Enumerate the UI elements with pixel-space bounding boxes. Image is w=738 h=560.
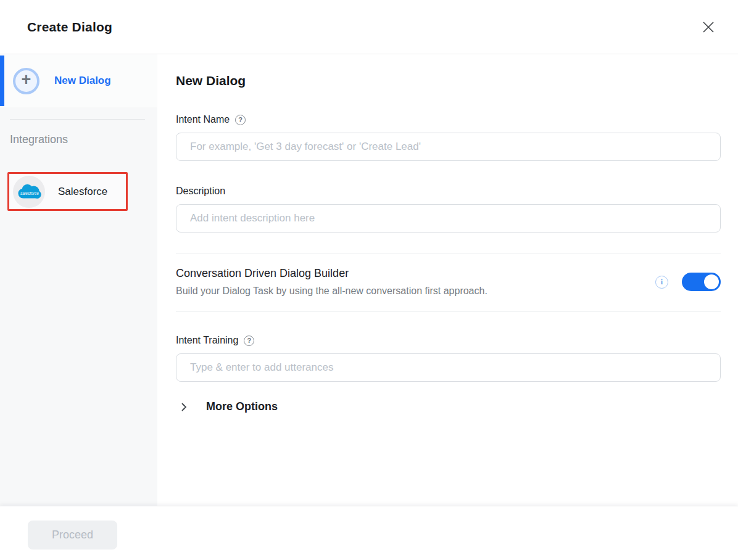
description-input[interactable] <box>176 204 721 233</box>
more-options-toggle[interactable]: More Options <box>176 400 278 413</box>
plus-icon: + <box>13 68 39 94</box>
help-icon[interactable]: ? <box>244 336 254 346</box>
sidebar-divider <box>10 119 145 120</box>
intent-name-input[interactable] <box>176 133 721 161</box>
salesforce-avatar: salesforce <box>13 176 45 208</box>
modal-footer: Proceed <box>0 506 738 560</box>
active-indicator-bar <box>0 56 4 106</box>
conversation-builder-text: Conversation Driven Dialog Builder Build… <box>176 267 655 297</box>
sidebar-item-salesforce[interactable]: salesforce Salesforce <box>7 172 128 211</box>
sidebar-item-label: Salesforce <box>58 186 107 198</box>
svg-text:salesforce: salesforce <box>20 191 39 195</box>
help-icon[interactable]: ? <box>235 115 246 125</box>
toggle-knob <box>704 274 719 289</box>
conversation-builder-title: Conversation Driven Dialog Builder <box>176 267 655 280</box>
intent-training-label: Intent Training <box>176 335 238 346</box>
intent-training-label-row: Intent Training ? <box>176 335 721 346</box>
modal-title: Create Dialog <box>27 20 112 35</box>
sidebar: + New Dialog Integrations salesforce <box>0 54 157 506</box>
intent-name-label: Intent Name <box>176 114 230 125</box>
intent-name-label-row: Intent Name ? <box>176 114 721 125</box>
page-title: New Dialog <box>176 73 721 88</box>
section-divider <box>176 311 721 312</box>
sidebar-item-label: New Dialog <box>54 75 111 87</box>
chevron-right-icon <box>181 402 189 412</box>
description-label-row: Description <box>176 186 721 197</box>
info-icon[interactable]: i <box>655 276 668 289</box>
close-icon[interactable] <box>698 17 719 38</box>
main-panel: New Dialog Intent Name ? Description Con… <box>157 54 738 506</box>
intent-training-input[interactable] <box>176 353 721 382</box>
conversation-builder-toggle[interactable] <box>682 273 721 291</box>
description-label: Description <box>176 186 225 197</box>
sidebar-item-new-dialog[interactable]: + New Dialog <box>0 54 157 107</box>
conversation-builder-section: Conversation Driven Dialog Builder Build… <box>176 253 721 311</box>
conversation-builder-controls: i <box>655 273 721 291</box>
more-options-label: More Options <box>206 400 278 413</box>
modal-header: Create Dialog <box>0 0 738 54</box>
sidebar-section-integrations: Integrations <box>10 133 157 146</box>
salesforce-cloud-icon: salesforce <box>16 183 42 201</box>
conversation-builder-subtitle: Build your Dialog Task by using the all-… <box>176 286 655 297</box>
modal-body: + New Dialog Integrations salesforce <box>0 54 738 506</box>
proceed-button[interactable]: Proceed <box>28 521 117 550</box>
